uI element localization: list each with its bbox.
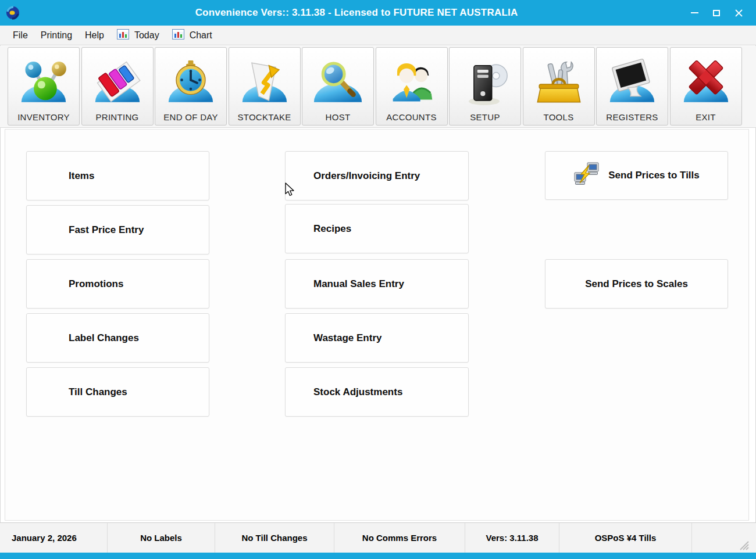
touchscreen-monitor-icon xyxy=(605,58,659,110)
toolbar-stocktake-button[interactable]: STOCKTAKE xyxy=(229,47,301,126)
toolbar-label: ACCOUNTS xyxy=(386,112,437,122)
menu-help[interactable]: Help xyxy=(79,26,110,45)
computers-sync-icon xyxy=(573,162,600,189)
toolbar-tools-button[interactable]: TOOLS xyxy=(523,47,595,126)
items-button[interactable]: Items xyxy=(26,151,209,200)
close-icon[interactable] xyxy=(732,5,746,20)
status-tills-type: OSPoS ¥4 Tills xyxy=(559,523,692,553)
stock-adjustments-button[interactable]: Stock Adjustments xyxy=(285,367,469,417)
resize-grip-icon[interactable] xyxy=(739,540,749,552)
status-labels: No Labels xyxy=(108,523,215,553)
magnifier-icon xyxy=(311,58,365,110)
window-title: Convenience Vers:: 3.11.38 - Licensed to… xyxy=(26,7,687,19)
menu-today[interactable]: Today xyxy=(110,26,166,45)
people-icon xyxy=(384,58,439,110)
toolbar-setup-button[interactable]: SETUP xyxy=(449,47,521,126)
toolbar-printing-button[interactable]: PRINTING xyxy=(81,47,154,126)
promotions-button[interactable]: Promotions xyxy=(26,259,209,309)
menu-printing[interactable]: Printing xyxy=(34,26,79,45)
menubar: File Printing Help Today Chart xyxy=(0,26,756,45)
toolbar-label: TOOLS xyxy=(543,112,573,122)
toolbar-label: STOCKTAKE xyxy=(237,112,291,122)
bar-chart-icon xyxy=(172,29,184,42)
red-cross-icon xyxy=(679,58,733,110)
recipes-button[interactable]: Recipes xyxy=(285,204,469,253)
molecule-icon xyxy=(16,58,71,110)
status-comms-errors: No Comms Errors xyxy=(334,523,465,553)
app-logo-icon[interactable] xyxy=(0,5,26,20)
toolbar-label: END OF DAY xyxy=(163,112,218,122)
bar-chart-icon xyxy=(117,29,129,42)
page-arrow-icon xyxy=(237,58,292,110)
status-date: January 2, 2026 xyxy=(0,523,108,553)
send-prices-to-scales-button[interactable]: Send Prices to Scales xyxy=(545,259,728,309)
toolbar-label: PRINTING xyxy=(95,112,138,122)
label-changes-button[interactable]: Label Changes xyxy=(26,313,209,363)
toolbar: INVENTORY PRINTING END O xyxy=(0,46,756,128)
toolbar-inventory-button[interactable]: INVENTORY xyxy=(8,47,80,126)
report-bars-icon xyxy=(90,58,145,110)
maximize-icon[interactable] xyxy=(709,5,723,20)
manual-sales-entry-button[interactable]: Manual Sales Entry xyxy=(285,259,469,309)
send-prices-to-tills-button[interactable]: Send Prices to Tills xyxy=(545,151,728,200)
toolbar-host-button[interactable]: HOST xyxy=(302,47,374,126)
toolbox-icon xyxy=(532,58,586,110)
toolbar-exit-button[interactable]: EXIT xyxy=(670,47,742,126)
wastage-entry-button[interactable]: Wastage Entry xyxy=(285,313,469,363)
status-till-changes: No Till Changes xyxy=(215,523,334,553)
orders-invoicing-entry-button[interactable]: Orders/Invoicing Entry xyxy=(285,151,469,200)
toolbar-accounts-button[interactable]: ACCOUNTS xyxy=(376,47,448,126)
toolbar-label: REGISTERS xyxy=(606,112,658,122)
menu-chart[interactable]: Chart xyxy=(166,26,219,45)
computer-cd-icon xyxy=(458,58,512,110)
stopwatch-icon xyxy=(163,58,218,110)
toolbar-registers-button[interactable]: REGISTERS xyxy=(596,47,668,126)
toolbar-end-of-day-button[interactable]: END OF DAY xyxy=(155,47,227,126)
window-bottom-border xyxy=(0,553,756,559)
toolbar-label: HOST xyxy=(326,112,351,122)
minimize-icon[interactable] xyxy=(687,5,701,20)
till-changes-button[interactable]: Till Changes xyxy=(26,367,209,417)
toolbar-label: SETUP xyxy=(470,112,500,122)
titlebar: Convenience Vers:: 3.11.38 - Licensed to… xyxy=(0,0,756,26)
status-version: Vers: 3.11.38 xyxy=(465,523,559,553)
toolbar-label: EXIT xyxy=(696,112,716,122)
mouse-cursor xyxy=(284,182,297,199)
fast-price-entry-button[interactable]: Fast Price Entry xyxy=(26,205,209,255)
toolbar-label: INVENTORY xyxy=(17,112,70,122)
menu-file[interactable]: File xyxy=(6,26,34,45)
window-controls xyxy=(687,5,756,20)
status-blank-segment xyxy=(692,523,756,553)
statusbar: January 2, 2026 No Labels No Till Change… xyxy=(0,522,756,553)
